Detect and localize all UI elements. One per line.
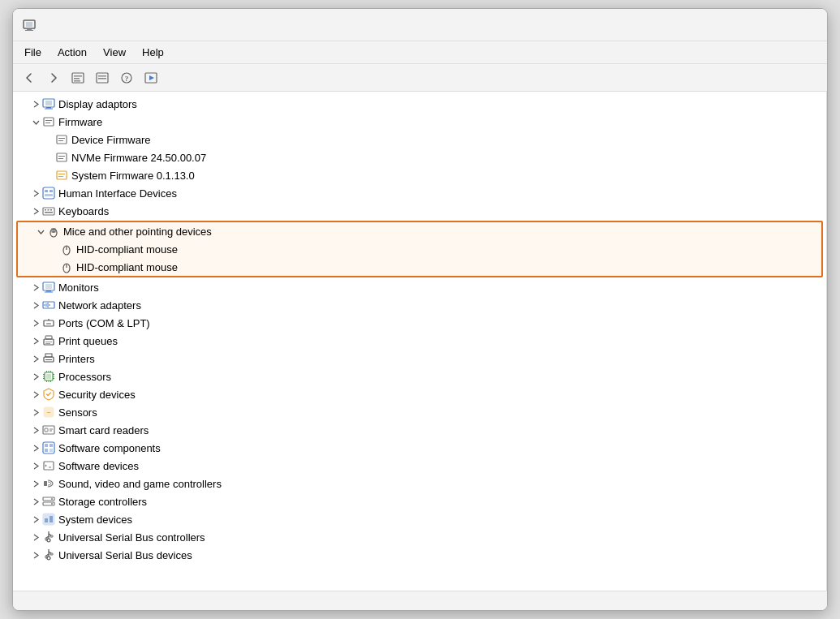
- tree-item-keyboards[interactable]: Keyboards: [13, 202, 826, 220]
- label-storage-controllers: Storage controllers: [58, 496, 147, 508]
- device-tree[interactable]: Display adaptorsFirmwareDevice FirmwareN…: [13, 92, 827, 591]
- tree-item-usb-controllers[interactable]: Universal Serial Bus controllers: [13, 528, 826, 546]
- icon-nvme-firmware: [55, 151, 68, 164]
- svg-rect-32: [45, 190, 48, 192]
- menu-file[interactable]: File: [16, 45, 50, 60]
- expander-usb-devices[interactable]: [29, 548, 42, 561]
- svg-rect-9: [98, 75, 106, 77]
- expander-hid-mouse-2[interactable]: [47, 260, 60, 273]
- label-sensors: Sensors: [58, 406, 97, 419]
- icon-printers: [42, 352, 55, 365]
- expander-device-firmware[interactable]: [42, 133, 55, 146]
- tree-item-hid-mouse-2[interactable]: HID-compliant mouse: [18, 258, 821, 276]
- expander-processors[interactable]: [29, 370, 42, 383]
- svg-rect-91: [44, 462, 54, 470]
- title-bar: [13, 9, 827, 41]
- forward-button[interactable]: [42, 67, 65, 88]
- tree-item-nvme-firmware[interactable]: NVMe Firmware 24.50.00.07: [13, 148, 826, 166]
- window-controls: [699, 12, 817, 38]
- update-button[interactable]: [91, 67, 114, 88]
- expander-software-components[interactable]: [29, 441, 42, 454]
- tree-item-software-components[interactable]: Software components: [13, 439, 826, 457]
- expander-system-devices[interactable]: [29, 513, 42, 526]
- tree-item-device-firmware[interactable]: Device Firmware: [13, 131, 826, 148]
- maximize-button[interactable]: [739, 12, 777, 38]
- expander-monitors[interactable]: [29, 281, 42, 294]
- tree-item-hid-mouse-1[interactable]: HID-compliant mouse: [18, 240, 821, 258]
- tree-item-smart-card-readers[interactable]: Smart card readers: [13, 421, 826, 439]
- tree-item-network-adapters[interactable]: Network adapters: [13, 296, 826, 314]
- device-manager-window: File Action View Help: [12, 8, 828, 611]
- tree-item-system-firmware[interactable]: System Firmware 0.1.13.0: [13, 166, 826, 184]
- svg-rect-39: [45, 212, 53, 213]
- tree-item-display-adaptors[interactable]: Display adaptors: [13, 95, 826, 113]
- tree-item-storage-controllers[interactable]: Storage controllers: [13, 492, 826, 510]
- svg-rect-62: [45, 336, 52, 339]
- tree-item-printers[interactable]: Printers: [13, 350, 826, 368]
- svg-text:?: ?: [125, 75, 129, 83]
- scan-button[interactable]: [140, 67, 162, 88]
- label-firmware: Firmware: [58, 116, 102, 128]
- svg-rect-61: [45, 343, 50, 344]
- svg-rect-49: [46, 290, 51, 292]
- expander-printers[interactable]: [29, 352, 42, 365]
- svg-point-99: [51, 503, 53, 505]
- tree-item-print-queues[interactable]: Print queues: [13, 332, 826, 350]
- expander-usb-controllers[interactable]: [29, 531, 42, 544]
- expander-security-devices[interactable]: [29, 388, 42, 401]
- svg-rect-21: [45, 123, 50, 123]
- expander-smart-card-readers[interactable]: [29, 423, 42, 436]
- icon-monitors: [42, 281, 55, 294]
- expander-mice[interactable]: [34, 225, 47, 238]
- properties-button[interactable]: [67, 67, 89, 88]
- icon-mice: [47, 225, 60, 238]
- label-ports: Ports (COM & LPT): [58, 317, 150, 329]
- menu-action[interactable]: Action: [50, 45, 95, 60]
- icon-keyboards: [42, 204, 55, 217]
- svg-rect-48: [45, 284, 52, 289]
- expander-sensors[interactable]: [29, 406, 42, 419]
- expander-storage-controllers[interactable]: [29, 495, 42, 508]
- svg-rect-2: [27, 28, 32, 30]
- expander-firmware[interactable]: [29, 115, 42, 128]
- tree-item-monitors[interactable]: Monitors: [13, 278, 826, 296]
- expander-display-adaptors[interactable]: [29, 97, 42, 110]
- expander-network-adapters[interactable]: [29, 299, 42, 312]
- tree-item-human-interface[interactable]: Human Interface Devices: [13, 184, 826, 202]
- expander-ports[interactable]: [29, 316, 42, 329]
- expander-nvme-firmware[interactable]: [42, 151, 55, 164]
- back-button[interactable]: [18, 67, 41, 88]
- label-printers: Printers: [58, 353, 95, 365]
- menu-help[interactable]: Help: [134, 45, 172, 60]
- svg-rect-3: [25, 30, 33, 31]
- svg-rect-18: [45, 109, 53, 110]
- tree-item-ports[interactable]: Ports (COM & LPT): [13, 314, 826, 332]
- minimize-button[interactable]: [699, 12, 736, 38]
- expander-sound[interactable]: [29, 477, 42, 490]
- tree-item-sensors[interactable]: ~Sensors: [13, 403, 826, 421]
- close-button[interactable]: [780, 12, 817, 38]
- expander-hid-mouse-1[interactable]: [47, 243, 60, 256]
- expander-print-queues[interactable]: [29, 334, 42, 347]
- expander-system-firmware[interactable]: [42, 169, 55, 182]
- tree-item-software-devices[interactable]: Software devices: [13, 457, 826, 475]
- svg-rect-36: [45, 209, 46, 211]
- tree-item-mice[interactable]: Mice and other pointing devices: [18, 222, 821, 240]
- tree-item-usb-devices[interactable]: Universal Serial Bus devices: [13, 546, 826, 564]
- svg-rect-60: [45, 342, 52, 342]
- expander-keyboards[interactable]: [29, 204, 42, 217]
- tree-item-firmware[interactable]: Firmware: [13, 113, 826, 131]
- menu-view[interactable]: View: [95, 45, 134, 60]
- icon-software-components: [42, 441, 55, 454]
- expander-human-interface[interactable]: [29, 187, 42, 200]
- icon-hid-mouse-2: [60, 260, 73, 273]
- tree-item-security-devices[interactable]: Security devices: [13, 385, 826, 403]
- tree-item-sound[interactable]: Sound, video and game controllers: [13, 475, 826, 492]
- svg-rect-88: [50, 444, 53, 447]
- help-button[interactable]: ?: [115, 67, 138, 88]
- svg-rect-37: [48, 209, 50, 211]
- tree-item-system-devices[interactable]: System devices: [13, 510, 826, 528]
- tree-item-processors[interactable]: Processors: [13, 368, 826, 385]
- icon-processors: [42, 370, 55, 383]
- expander-software-devices[interactable]: [29, 459, 42, 472]
